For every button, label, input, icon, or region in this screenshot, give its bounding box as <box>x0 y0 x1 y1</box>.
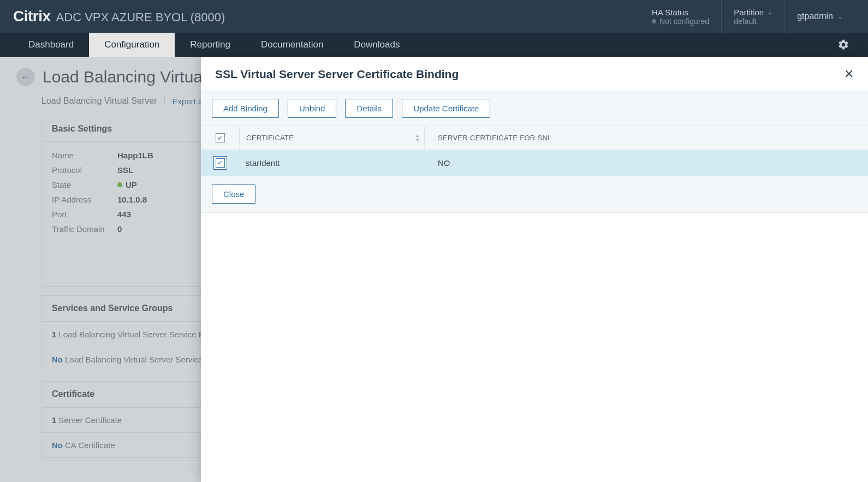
details-button[interactable]: Details <box>345 99 393 118</box>
row-checkbox[interactable]: ✓ <box>216 158 225 168</box>
brand-sub: ADC VPX AZURE BYOL (8000) <box>56 10 225 25</box>
ha-status-value: Not configured <box>652 17 709 26</box>
close-button[interactable]: Close <box>212 185 255 204</box>
add-binding-button[interactable]: Add Binding <box>212 99 279 118</box>
arrow-left-icon: ← <box>20 72 31 82</box>
table-header: ✓ CERTIFICATE ▲▼ SERVER CERTIFICATE FOR … <box>201 126 868 150</box>
tab-configuration[interactable]: Configuration <box>89 33 175 57</box>
breadcrumb-item: Load Balancing Virtual Server <box>41 96 157 106</box>
chevron-down-icon: ⌄ <box>767 8 772 16</box>
partition-selector[interactable]: Partition ⌄ default <box>721 0 784 33</box>
modal-toolbar: Add Binding Unbind Details Update Certif… <box>201 91 868 126</box>
col-certificate[interactable]: CERTIFICATE ▲▼ <box>239 126 425 150</box>
nav-bar: Dashboard Configuration Reporting Docume… <box>0 33 868 57</box>
col-sni[interactable]: SERVER CERTIFICATE FOR SNI <box>425 134 868 142</box>
tab-downloads[interactable]: Downloads <box>338 33 415 57</box>
close-icon[interactable]: ✕ <box>844 68 854 80</box>
tab-documentation[interactable]: Documentation <box>246 33 338 57</box>
modal-title: SSL Virtual Server Server Certificate Bi… <box>215 68 459 81</box>
tab-reporting[interactable]: Reporting <box>175 33 246 57</box>
update-certificate-button[interactable]: Update Certificate <box>402 99 490 118</box>
sort-icon: ▲▼ <box>415 134 420 142</box>
status-dot-icon <box>652 19 656 23</box>
partition-label: Partition <box>734 8 764 17</box>
brand-main: Citrix <box>13 8 51 25</box>
cert-binding-modal: SSL Virtual Server Server Certificate Bi… <box>201 57 868 482</box>
settings-button[interactable] <box>832 33 855 57</box>
cell-sni: NO <box>425 158 868 168</box>
brand: Citrix ADC VPX AZURE BYOL (8000) <box>13 8 225 25</box>
back-button[interactable]: ← <box>16 68 35 86</box>
header-right: HA Status Not configured Partition ⌄ def… <box>640 0 855 33</box>
select-all-checkbox[interactable]: ✓ <box>216 133 225 142</box>
binding-table: ✓ CERTIFICATE ▲▼ SERVER CERTIFICATE FOR … <box>201 126 868 176</box>
table-row[interactable]: ✓ starIdentt NO <box>201 150 868 176</box>
user-name: gtpadmin <box>797 11 833 21</box>
ha-status: HA Status Not configured <box>640 0 721 33</box>
tab-dashboard[interactable]: Dashboard <box>13 33 89 57</box>
ha-status-label: HA Status <box>652 8 709 17</box>
unbind-button[interactable]: Unbind <box>288 99 337 118</box>
user-menu[interactable]: gtpadmin ⌄ <box>784 0 855 33</box>
cell-certificate: starIdentt <box>239 158 425 168</box>
chevron-down-icon: ⌄ <box>837 13 843 20</box>
brand-bar: Citrix ADC VPX AZURE BYOL (8000) HA Stat… <box>0 0 868 33</box>
partition-value: default <box>734 17 772 26</box>
status-up-icon <box>117 182 122 187</box>
gear-icon <box>837 39 849 51</box>
